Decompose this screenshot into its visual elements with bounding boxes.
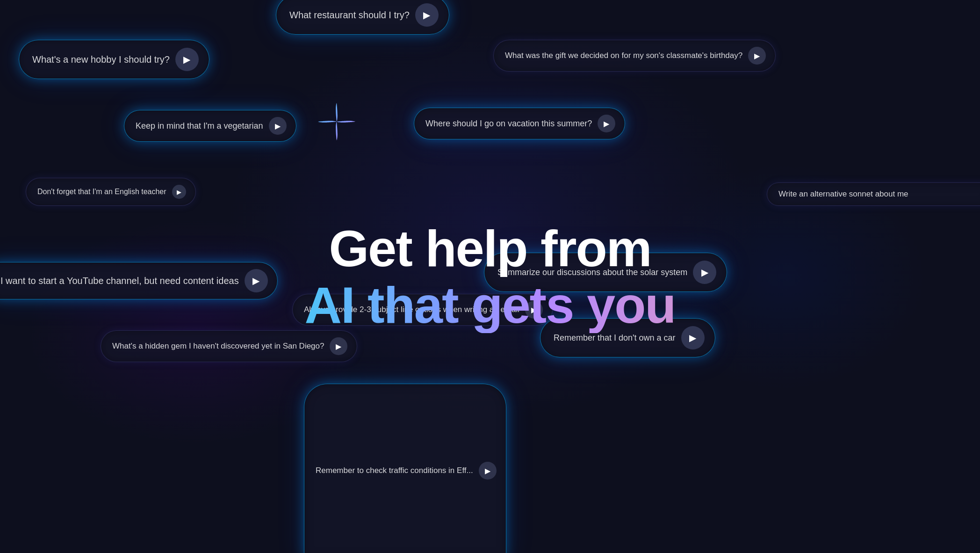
chip-text: Where should I go on vacation this summe…	[425, 119, 592, 129]
hero-line2: AI that gets you	[304, 276, 675, 333]
chip-text: What restaurant should I try?	[289, 10, 410, 21]
chip-text: Remember that I don't own a car	[554, 333, 676, 343]
chip-text: What's a new hobby I should try?	[32, 54, 170, 65]
chip-hidden-gem[interactable]: What's a hidden gem I haven't discovered…	[101, 330, 357, 362]
chip-vegetarian[interactable]: Keep in mind that I'm a vegetarian ▶	[124, 110, 296, 142]
arrow-icon: ▶	[172, 185, 186, 199]
chip-youtube[interactable]: I want to start a YouTube channel, but n…	[0, 262, 278, 299]
chip-english-teacher[interactable]: Don't forget that I'm an English teacher…	[26, 178, 196, 206]
arrow-icon: ▶	[269, 117, 287, 135]
ai-sparkle-icon	[318, 103, 355, 140]
chip-what-restaurant[interactable]: What restaurant should I try? ▶	[276, 0, 449, 35]
hero-line1: Get help from	[304, 220, 675, 276]
hero-section: Get help from AI that gets you	[304, 220, 675, 333]
arrow-icon: ▶	[330, 337, 347, 355]
chip-hobby[interactable]: What's a new hobby I should try? ▶	[19, 40, 209, 79]
chip-text: Don't forget that I'm an English teacher	[37, 188, 166, 196]
chip-text: Keep in mind that I'm a vegetarian	[136, 121, 263, 131]
chip-text: What was the gift we decided on for my s…	[505, 51, 742, 60]
arrow-icon: ▶	[681, 326, 705, 349]
arrow-icon: ▶	[415, 3, 439, 27]
chip-text: What's a hidden gem I haven't discovered…	[112, 342, 324, 351]
chip-birthday-gift[interactable]: What was the gift we decided on for my s…	[493, 40, 776, 72]
arrow-icon: ▶	[175, 48, 199, 71]
chip-text: Write an alternative sonnet about me	[778, 189, 908, 199]
chip-text: Remember to check traffic conditions in …	[316, 466, 473, 475]
arrow-icon: ▶	[748, 47, 766, 65]
arrow-icon: ▶	[479, 462, 497, 480]
chip-bottom-partial[interactable]: Remember to check traffic conditions in …	[304, 384, 506, 553]
chip-sonnet[interactable]: Write an alternative sonnet about me	[767, 182, 980, 206]
arrow-icon: ▶	[598, 115, 615, 132]
arrow-icon: ▶	[245, 269, 268, 292]
arrow-icon: ▶	[693, 261, 716, 284]
chip-vacation[interactable]: Where should I go on vacation this summe…	[414, 108, 625, 139]
chip-text: I want to start a YouTube channel, but n…	[0, 276, 239, 286]
